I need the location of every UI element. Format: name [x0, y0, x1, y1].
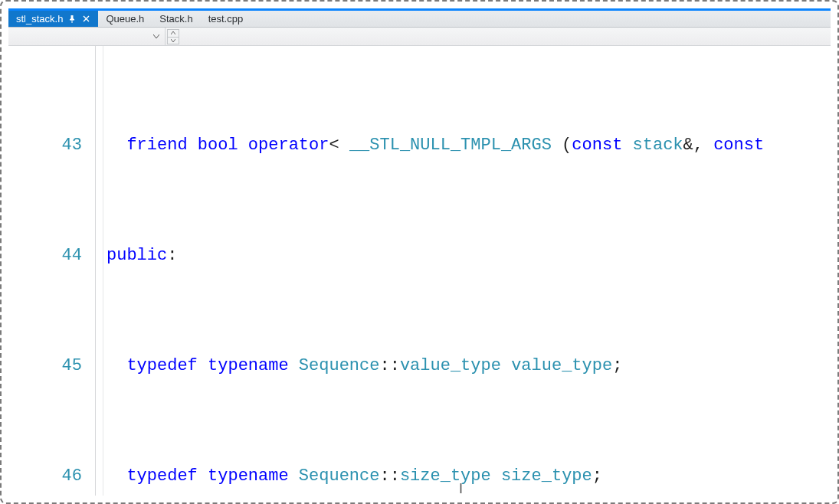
chevron-down-icon	[151, 31, 162, 42]
chevron-up-icon[interactable]	[168, 30, 179, 38]
line-number: 43	[8, 132, 90, 159]
tab-stl-stack-h[interactable]: stl_stack.h	[8, 11, 98, 27]
navigation-bar	[8, 28, 831, 46]
scope-dropdown[interactable]	[8, 28, 166, 45]
chevron-down-icon[interactable]	[168, 38, 179, 44]
line-stepper[interactable]	[167, 29, 179, 44]
code-line[interactable]: 45 typedef typename Sequence::value_type…	[8, 352, 831, 380]
code-editor[interactable]: 43 friend bool operator< __STL_NULL_TMPL…	[8, 46, 831, 496]
close-icon[interactable]	[81, 15, 90, 24]
code-line[interactable]: 46 typedef typename Sequence::size_type …	[8, 463, 831, 490]
line-number: 45	[8, 352, 90, 380]
tab-test-cpp[interactable]: test.cpp	[201, 11, 251, 27]
text-cursor-icon: I	[459, 475, 463, 496]
tab-label: Stack.h	[159, 13, 192, 25]
line-number: 46	[8, 463, 90, 490]
tab-label: stl_stack.h	[16, 13, 63, 25]
tab-label: test.cpp	[208, 13, 244, 25]
tab-bar: stl_stack.h Queue.h Stack.h test.cpp	[8, 11, 831, 28]
tab-stack-h[interactable]: Stack.h	[152, 11, 200, 27]
code-lines: 43 friend bool operator< __STL_NULL_TMPL…	[8, 49, 831, 496]
code-line[interactable]: 44 public:	[8, 242, 831, 270]
pin-icon[interactable]	[67, 15, 77, 24]
code-line[interactable]: 43 friend bool operator< __STL_NULL_TMPL…	[8, 132, 831, 159]
tab-label: Queue.h	[106, 13, 144, 25]
line-number: 44	[8, 242, 90, 270]
tab-queue-h[interactable]: Queue.h	[98, 11, 152, 27]
